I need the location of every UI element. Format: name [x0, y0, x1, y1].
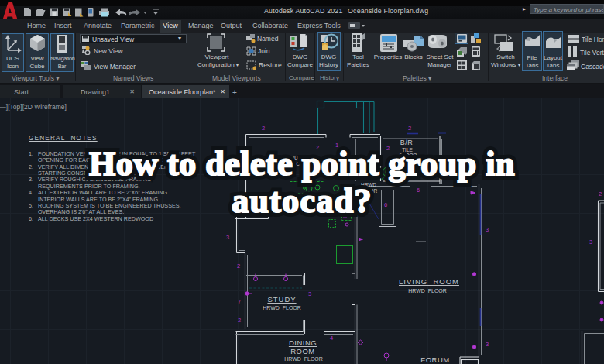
- svg-text:DINING: DINING: [289, 338, 317, 347]
- svg-text:HRWD FLOOR: HRWD FLOOR: [263, 305, 301, 311]
- svg-text:2: 2: [408, 125, 411, 132]
- svg-text:3: 3: [486, 341, 489, 348]
- svg-text:2: 2: [237, 263, 240, 270]
- svg-text:3: 3: [589, 239, 592, 246]
- svg-text:3: 3: [308, 290, 311, 297]
- svg-text:3: 3: [226, 234, 229, 241]
- svg-text:LIVING ROOM: LIVING ROOM: [399, 277, 459, 286]
- svg-text:3: 3: [486, 226, 489, 233]
- svg-text:HRWD FLOOR: HRWD FLOOR: [408, 288, 447, 294]
- svg-text:7: 7: [238, 298, 241, 305]
- svg-text:4: 4: [330, 335, 333, 342]
- svg-text:ROOM: ROOM: [290, 347, 315, 355]
- svg-text:2: 2: [262, 125, 265, 132]
- svg-text:HRWD FLOOR: HRWD FLOOR: [284, 356, 323, 362]
- svg-text:STUDY: STUDY: [267, 295, 296, 304]
- svg-text:2: 2: [238, 317, 241, 324]
- svg-text:FORUM: FORUM: [420, 355, 449, 364]
